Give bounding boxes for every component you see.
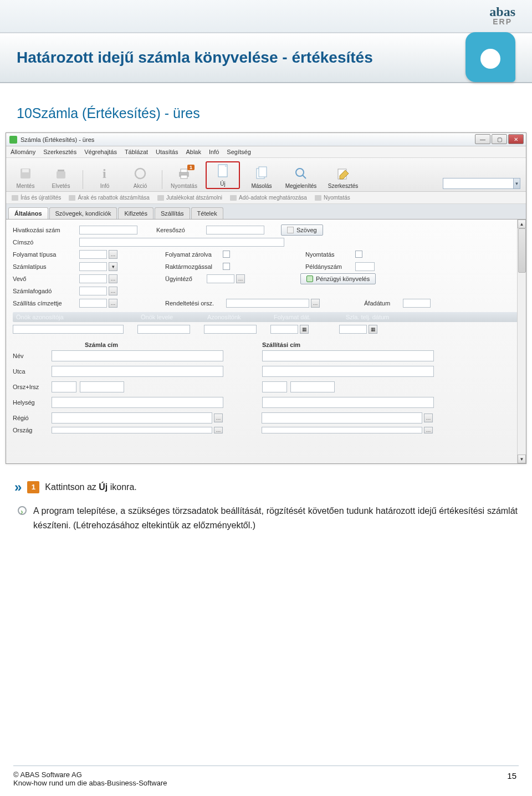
lookup-icon[interactable]: … (214, 414, 223, 422)
dropdown-icon[interactable]: ▾ (109, 262, 117, 271)
input-ugyintezo[interactable] (207, 274, 234, 283)
scroll-up-icon[interactable]: ▲ (518, 220, 526, 228)
input-irsz-2[interactable] (290, 381, 335, 392)
form-scrollbar[interactable]: ▲ ▼ (517, 220, 526, 463)
input-orszag-2[interactable] (262, 427, 422, 433)
chk-raktarmozgassal[interactable] (223, 263, 230, 270)
input-regio-1[interactable] (52, 412, 212, 423)
scroll-down-icon[interactable]: ▼ (518, 455, 526, 463)
menu-info[interactable]: Infó (209, 149, 219, 155)
menu-szerkesztes[interactable]: Szerkesztés (43, 149, 76, 155)
lookup-icon[interactable]: … (424, 414, 433, 422)
chk-folyamatzarolva[interactable] (223, 251, 230, 258)
edit-button[interactable]: Szerkesztés (326, 166, 360, 189)
menu-utasitas[interactable]: Utasítás (156, 149, 178, 155)
discard-button[interactable]: Elvetés (47, 166, 75, 189)
input-folyamattipus[interactable] (79, 250, 107, 259)
lookup-icon[interactable]: … (109, 250, 117, 259)
input-rendorsz[interactable] (226, 299, 309, 308)
calendar-icon[interactable]: ▦ (300, 325, 309, 334)
lookup-icon[interactable]: … (424, 427, 433, 433)
input-helyseg-2[interactable] (262, 397, 434, 408)
svg-rect-8 (181, 175, 187, 178)
menu-ablak[interactable]: Ablak (186, 149, 201, 155)
input-cimszo[interactable] (79, 238, 284, 247)
menu-segitseg[interactable]: Segítség (227, 149, 250, 155)
menu-allomany[interactable]: Állomány (11, 149, 35, 155)
menu-tablazat[interactable]: Táblázat (125, 149, 148, 155)
lookup-icon[interactable]: … (236, 274, 245, 283)
input-utca-1[interactable] (52, 366, 223, 377)
magnifier-icon (293, 166, 309, 181)
save-button[interactable]: Mentés (12, 166, 39, 189)
lbl-folyamattipus: Folyamat típusa (13, 251, 79, 258)
hd-folydat: Folyamat dát. (274, 314, 346, 320)
input-peldanyszam[interactable] (355, 262, 375, 271)
penzugyi-button[interactable]: Pénzügyi könyvelés (300, 273, 376, 284)
scroll-thumb[interactable] (518, 228, 526, 273)
show-button[interactable]: Megjelenítés (283, 166, 319, 189)
calendar-icon[interactable]: ▦ (369, 325, 377, 334)
new-button[interactable]: Új (209, 164, 237, 187)
input-helyseg-1[interactable] (52, 397, 223, 408)
ab-item-arak[interactable]: Árak és rabattok átszámítása (69, 195, 150, 201)
window-close-button[interactable]: ✕ (508, 134, 524, 144)
input-orsz-2[interactable] (262, 381, 287, 392)
input-onoklevele[interactable] (137, 325, 190, 334)
chk-nyomtatas[interactable] (355, 251, 362, 258)
ab-item-jutalek[interactable]: Jutalékokat átszámolni (157, 195, 222, 201)
search-dropdown-icon[interactable]: ▼ (513, 178, 520, 188)
hd-szlatelj: Szla. telj. dátum (346, 314, 389, 320)
lbl-hivszam: Hivatkozási szám (13, 227, 79, 233)
tab-szovegek[interactable]: Szövegek, kondíciók (49, 207, 117, 219)
bullet-icon (18, 506, 27, 515)
lookup-icon[interactable]: … (214, 427, 223, 433)
menu-vegrehajtas[interactable]: Végrehajtás (84, 149, 117, 155)
input-szlatelj[interactable] (339, 325, 367, 334)
ab-item-ado[interactable]: Adó-adatok meghatározása (230, 195, 307, 201)
lookup-icon[interactable]: … (109, 299, 117, 308)
window-max-button[interactable]: ▢ (492, 134, 507, 144)
input-nev-1[interactable] (52, 350, 223, 361)
window-titlebar[interactable]: Számla (Értékesítés) - üres — ▢ ✕ (6, 133, 526, 146)
input-szamlafogado[interactable] (79, 287, 107, 295)
input-orsz-1[interactable] (52, 381, 76, 392)
lookup-icon[interactable]: … (311, 299, 320, 308)
input-keresoszo[interactable] (206, 226, 264, 234)
input-folydat[interactable] (270, 325, 298, 334)
window-min-button[interactable]: — (475, 134, 490, 144)
tab-kifizetes[interactable]: Kifizetés (118, 207, 154, 219)
info-button[interactable]: i Infó (91, 166, 119, 189)
print-button[interactable]: 1 Nyomtatás (170, 166, 198, 189)
input-szamlatipus[interactable] (79, 262, 107, 271)
page-title: Határozott idejű számla könyvelése - ért… (17, 49, 515, 67)
tab-tetelek[interactable]: Tételek (191, 207, 223, 219)
ab-item-iras[interactable]: Írás és újratöltés (12, 195, 61, 201)
toolbar-search[interactable]: ▼ (443, 178, 520, 189)
ab-item-nyomtatas[interactable]: Nyomtatás (315, 195, 350, 201)
lookup-icon[interactable]: … (109, 287, 117, 295)
copy-button[interactable]: Másolás (248, 166, 275, 189)
note-paragraph-text: A program telepítése, a szükséges törzsa… (33, 504, 518, 533)
input-azonositonk[interactable] (204, 325, 257, 334)
input-vevo[interactable] (79, 274, 107, 283)
input-afadatum[interactable] (403, 299, 431, 308)
input-szallcimz[interactable] (79, 299, 107, 308)
hd-szamlacim: Számla cím (85, 341, 223, 348)
tab-altalanos[interactable]: Általános (8, 207, 48, 219)
input-irsz-1[interactable] (80, 381, 124, 392)
new-icon (215, 164, 231, 179)
text-button[interactable]: Szöveg (281, 224, 323, 236)
tab-szallitas[interactable]: Szállítás (155, 207, 190, 219)
input-hivszam[interactable] (79, 226, 137, 234)
lbl-szallcimz: Szállítás címzettje (13, 300, 79, 307)
logo-top: abas ERP (489, 4, 515, 26)
form-area: ▲ ▼ Hivatkozási szám Keresőszó Szöveg Cí… (6, 220, 526, 463)
input-orszag-1[interactable] (52, 427, 212, 433)
input-utca-2[interactable] (262, 366, 434, 377)
action-button[interactable]: Akció (126, 166, 154, 189)
input-nev-2[interactable] (262, 350, 434, 361)
lookup-icon[interactable]: … (109, 274, 117, 283)
input-regio-2[interactable] (262, 412, 422, 423)
input-onokaz[interactable] (13, 325, 124, 334)
